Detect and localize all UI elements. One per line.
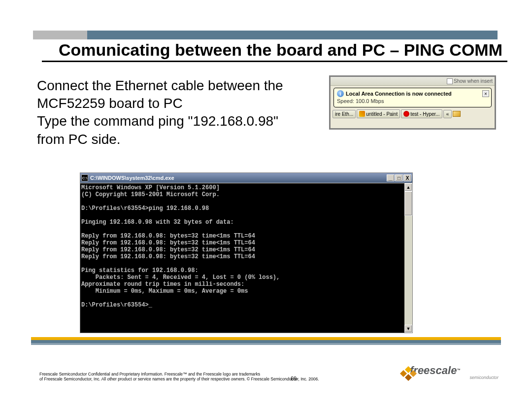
hyperterminal-icon	[403, 111, 409, 117]
footer-accent-bar	[31, 337, 501, 347]
logo-tm: ™	[457, 368, 460, 372]
cmd-output: Microsoft Windows XP [Version 5.1.2600] …	[80, 183, 404, 333]
taskbar-item-paint[interactable]: untitled - Paint	[357, 109, 400, 118]
cmd-icon: C:\	[81, 174, 88, 181]
body-line-3: Type the command ping "192.168.0.98"	[37, 113, 308, 129]
body-line-4: from PC side.	[37, 132, 308, 147]
taskbar-item-ethernet[interactable]: ire Eth...	[332, 110, 356, 118]
header-accent-bar	[33, 31, 498, 39]
balloon-title-text: Local Area Connection is now connected	[346, 91, 452, 97]
taskbar-notification-screenshot: Show when insert × i Local Area Connecti…	[329, 75, 496, 130]
connection-balloon: × i Local Area Connection is now connect…	[333, 88, 492, 107]
taskbar-item-label: ire Eth...	[335, 111, 353, 117]
scroll-up-button[interactable]: ▲	[404, 183, 412, 191]
taskbar-chevron-button[interactable]: «	[443, 110, 452, 118]
slide-body-text: Connect the Ethernet cable between the M…	[37, 78, 308, 149]
logo-chips-icon	[401, 365, 416, 380]
scroll-track[interactable]	[404, 191, 412, 325]
cmd-titlebar[interactable]: C:\ C:\WINDOWS\system32\cmd.exe _ □ X	[80, 173, 412, 183]
paint-icon	[359, 111, 365, 117]
taskbar-item-hyperterminal[interactable]: test - Hyper...	[401, 109, 442, 118]
maximize-button[interactable]: □	[395, 174, 403, 181]
checkbox-icon	[447, 78, 453, 84]
balloon-speed-text: Speed: 100.0 Mbps	[337, 98, 488, 104]
balloon-close-button[interactable]: ×	[482, 90, 489, 97]
close-button[interactable]: X	[403, 174, 411, 181]
scroll-down-button[interactable]: ▼	[404, 325, 412, 333]
logo-text: freescale	[410, 364, 457, 377]
body-line-1: Connect the Ethernet cable between the	[37, 78, 308, 94]
slide-title: Comunicating between the board and PC – …	[42, 40, 507, 62]
taskbar-item-label: untitled - Paint	[366, 111, 398, 117]
cmd-scrollbar[interactable]: ▲ ▼	[404, 183, 412, 333]
cmd-title-text: C:\WINDOWS\system32\cmd.exe	[90, 175, 386, 181]
notif-top-strip: Show when insert	[331, 77, 495, 86]
mail-icon	[453, 111, 461, 117]
info-icon: i	[337, 90, 344, 97]
freescale-logo: freescale™ semiconductor	[410, 364, 499, 384]
taskbar-row: ire Eth... untitled - Paint test - Hyper…	[331, 109, 495, 120]
notif-top-text: Show when insert	[454, 78, 493, 84]
cmd-window: C:\ C:\WINDOWS\system32\cmd.exe _ □ X Mi…	[80, 172, 413, 333]
page-number: 69	[291, 376, 297, 381]
body-line-2: MCF52259 board to PC	[37, 96, 308, 111]
taskbar-item-label: test - Hyper...	[410, 111, 439, 117]
minimize-button[interactable]: _	[387, 174, 395, 181]
scroll-thumb[interactable]	[404, 191, 412, 216]
